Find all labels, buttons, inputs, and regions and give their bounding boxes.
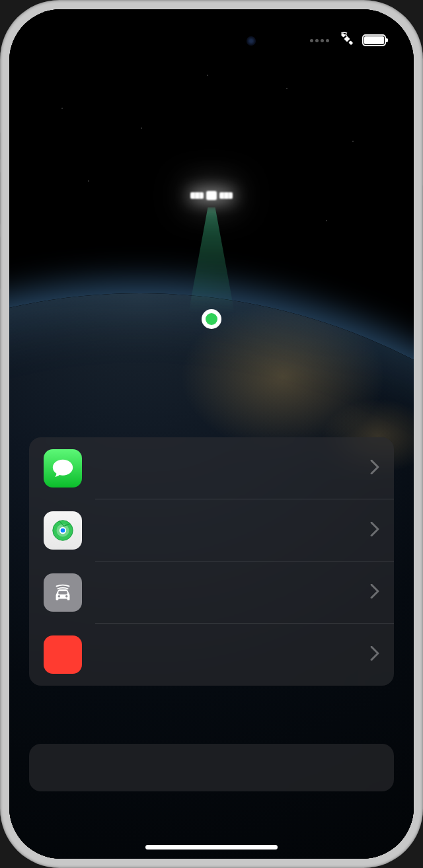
svg-rect-3 — [206, 191, 217, 200]
svg-rect-17 — [58, 591, 67, 595]
svg-rect-5 — [219, 192, 233, 199]
svg-point-14 — [61, 528, 65, 533]
options-panel — [29, 437, 394, 686]
device-frame — [0, 0, 423, 868]
battery-icon — [362, 34, 386, 46]
chevron-right-icon — [370, 522, 379, 539]
roadside-option[interactable] — [29, 561, 394, 624]
svg-rect-2 — [348, 40, 353, 45]
findmy-option[interactable] — [29, 499, 394, 561]
title-area — [9, 358, 414, 363]
volume-down-button[interactable] — [0, 236, 1, 289]
disconnect-button[interactable] — [29, 744, 394, 791]
messages-app-icon — [44, 449, 82, 488]
chevron-right-icon — [370, 584, 379, 601]
sos-option[interactable] — [29, 624, 394, 686]
svg-point-15 — [58, 595, 60, 597]
space-background — [9, 9, 414, 859]
dynamic-island[interactable] — [155, 25, 268, 57]
location-marker — [202, 309, 221, 329]
svg-rect-0 — [344, 36, 350, 42]
findmy-app-icon — [44, 511, 82, 550]
sos-app-icon — [44, 635, 82, 674]
screen — [9, 9, 414, 859]
chevron-right-icon — [370, 460, 379, 477]
svg-rect-4 — [190, 192, 204, 199]
satellite-icon — [188, 184, 235, 207]
action-button[interactable] — [0, 132, 1, 160]
cellular-dots-icon — [310, 39, 329, 42]
messages-option[interactable] — [29, 437, 394, 499]
satellite-status-icon — [338, 30, 356, 50]
volume-up-button[interactable] — [0, 172, 1, 225]
roadside-app-icon — [44, 573, 82, 612]
chevron-right-icon — [370, 646, 379, 663]
home-indicator[interactable] — [145, 845, 278, 850]
svg-point-16 — [65, 595, 67, 597]
